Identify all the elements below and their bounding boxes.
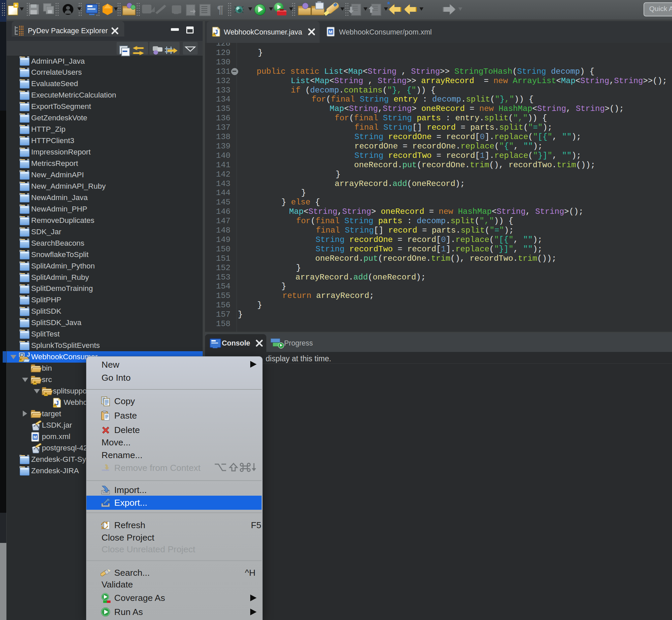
svg-text:M: M [34,435,37,440]
svg-text:M: M [329,30,333,35]
